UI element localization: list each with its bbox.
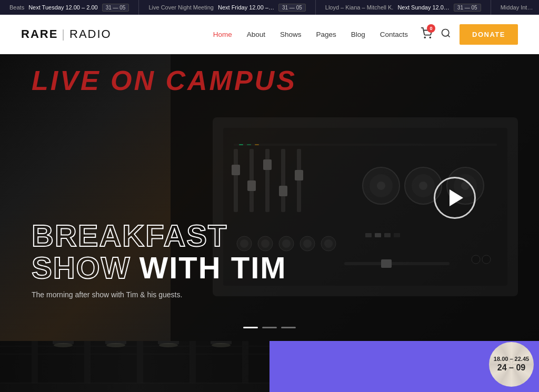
- header: RARE | RADIO Home About Shows Pages Blog…: [0, 15, 539, 54]
- svg-point-31: [419, 182, 427, 190]
- svg-rect-41: [247, 144, 251, 145]
- ticker-date-2: 31 — 05: [278, 4, 306, 12]
- main-nav: Home About Shows Pages Blog Contacts: [213, 31, 408, 38]
- ticker-item-3: Lloyd – Kiana – Mitchell K. Next Sunday …: [316, 0, 491, 15]
- ticker-time-1: Next Tuesday 12.00 – 2.00: [28, 4, 97, 11]
- ticker-label-1: Beats: [9, 4, 24, 11]
- svg-point-60: [106, 343, 125, 347]
- hero-sign: LIVE ON CAMPUS: [32, 65, 297, 96]
- dot-3[interactable]: [281, 327, 296, 328]
- ticker-label-2: Live Cover Night Meeting: [148, 4, 214, 11]
- ticker-time-3: Next Sunday 12.0…: [397, 4, 449, 11]
- svg-rect-9: [281, 149, 285, 212]
- ticker-label-3: Lloyd – Kiana – Mitchell K.: [325, 4, 394, 11]
- ticker-date-3: 31 — 05: [454, 4, 481, 12]
- logo-radio: RADIO: [69, 27, 112, 41]
- svg-rect-14: [279, 186, 287, 196]
- nav-blog[interactable]: Blog: [351, 31, 365, 38]
- svg-point-23: [303, 239, 312, 248]
- bottom-teaser: 18.00 – 22.45 24 – 09: [0, 341, 539, 392]
- hero-title-show: SHOW: [32, 252, 131, 284]
- ticker-bar: Beats Next Tuesday 12.00 – 2.00 31 — 05 …: [0, 0, 539, 15]
- ticker-label-4: Midday Int…: [501, 4, 533, 11]
- hero-title-with-tim: WITH TIM: [139, 252, 286, 284]
- svg-point-45: [472, 255, 480, 264]
- stamp-time: 18.00 – 22.45: [494, 355, 529, 363]
- svg-rect-35: [365, 233, 372, 237]
- logo[interactable]: RARE | RADIO: [21, 27, 112, 41]
- search-button[interactable]: [441, 28, 451, 41]
- dot-1[interactable]: [243, 327, 258, 328]
- stamp-content: 18.00 – 22.45 24 – 09: [494, 355, 529, 374]
- svg-point-62: [212, 343, 231, 347]
- stamp-date: 24 – 09: [494, 363, 529, 374]
- svg-point-2: [442, 29, 449, 36]
- ticker-item-4: Midday Int… 25 — 06: [491, 0, 539, 15]
- svg-point-61: [159, 343, 178, 347]
- ticker-time-2: Next Friday 12.00 –…: [218, 4, 274, 11]
- ticker-item-1: Beats Next Tuesday 12.00 – 2.00 31 — 05: [0, 0, 139, 15]
- nav-shows[interactable]: Shows: [280, 31, 302, 38]
- hero-subtitle: The morning after show with Tim & his gu…: [32, 290, 287, 299]
- slider-dots: [243, 327, 296, 328]
- svg-rect-6: [234, 149, 238, 212]
- svg-rect-12: [247, 180, 256, 191]
- bottom-right-panel: 18.00 – 22.45 24 – 09: [270, 341, 539, 392]
- svg-rect-37: [384, 233, 391, 237]
- svg-rect-44: [381, 259, 392, 268]
- dot-2[interactable]: [262, 327, 277, 328]
- svg-point-28: [377, 182, 385, 190]
- cart-button[interactable]: 0: [421, 27, 432, 41]
- svg-rect-13: [263, 159, 272, 170]
- svg-point-1: [430, 37, 431, 38]
- svg-point-0: [424, 37, 425, 38]
- ticker-date-1: 31 — 05: [102, 4, 129, 12]
- svg-point-25: [324, 239, 333, 248]
- underground-image: [0, 341, 270, 392]
- hero-content: BREAKFAST SHOW WITH TIM The morning afte…: [32, 220, 287, 299]
- svg-rect-39: [234, 144, 497, 146]
- svg-rect-40: [239, 144, 243, 145]
- nav-home[interactable]: Home: [213, 31, 232, 38]
- play-icon: [450, 189, 463, 206]
- stamp-badge: 18.00 – 22.45 24 – 09: [489, 342, 534, 387]
- svg-point-59: [54, 343, 73, 347]
- search-icon: [441, 28, 451, 38]
- donate-button[interactable]: DONATE: [460, 24, 518, 45]
- cart-count: 0: [427, 24, 435, 33]
- logo-rare: RARE: [21, 27, 58, 41]
- ticker-inner: Beats Next Tuesday 12.00 – 2.00 31 — 05 …: [0, 0, 539, 15]
- svg-rect-8: [265, 149, 270, 212]
- svg-rect-43: [344, 262, 450, 265]
- svg-rect-11: [232, 165, 240, 175]
- header-actions: 0 DONATE: [421, 24, 518, 45]
- play-button[interactable]: [434, 177, 476, 219]
- hero-section: LIVE ON CAMPUS BREAKFAST SHOW WITH TIM T…: [0, 54, 539, 341]
- nav-about[interactable]: About: [247, 31, 265, 38]
- nav-contacts[interactable]: Contacts: [380, 31, 408, 38]
- svg-rect-63: [0, 383, 270, 392]
- svg-rect-38: [394, 233, 400, 237]
- svg-rect-36: [375, 233, 381, 237]
- nav-pages[interactable]: Pages: [316, 31, 336, 38]
- svg-point-46: [482, 255, 491, 264]
- svg-rect-15: [295, 170, 303, 180]
- svg-rect-42: [255, 144, 259, 145]
- ticker-item-2: Live Cover Night Meeting Next Friday 12.…: [139, 0, 315, 15]
- bottom-left-panel: [0, 341, 270, 392]
- hero-title-line1: BREAKFAST: [32, 220, 287, 252]
